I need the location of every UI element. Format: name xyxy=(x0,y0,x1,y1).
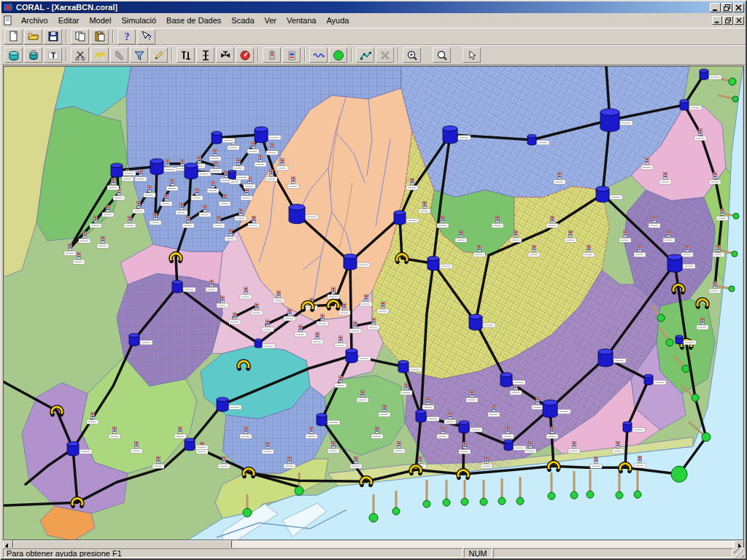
menu-simulaci-[interactable]: Simulació xyxy=(116,14,161,27)
source-node[interactable] xyxy=(243,508,252,517)
pipe[interactable] xyxy=(350,262,352,356)
zoom-tool-button[interactable] xyxy=(433,47,451,63)
zoom-in-tool-button[interactable] xyxy=(403,47,421,63)
source-node[interactable] xyxy=(392,508,400,515)
mdi-close-icon xyxy=(736,18,742,23)
menu-items: ArchivoEditarModelSimulacióBase de Dades… xyxy=(16,14,354,27)
source-node[interactable] xyxy=(634,491,641,498)
menu-editar[interactable]: Editar xyxy=(53,14,85,27)
reservoir-tool-button[interactable] xyxy=(24,47,42,63)
source-node[interactable] xyxy=(570,491,578,499)
path-tool-button[interactable] xyxy=(356,47,374,63)
new-file-button[interactable] xyxy=(4,29,23,44)
help-icon: ? xyxy=(121,31,133,42)
tank-tool-icon xyxy=(8,50,20,61)
source-node[interactable] xyxy=(616,491,623,499)
source-node[interactable] xyxy=(671,466,687,482)
label-tool-button[interactable]: T xyxy=(44,47,62,63)
paste-button[interactable] xyxy=(90,29,109,44)
source-node[interactable] xyxy=(732,251,738,257)
restore-icon xyxy=(724,4,730,11)
edit-tool-button[interactable] xyxy=(150,47,168,63)
gauge-tool-button[interactable] xyxy=(236,47,254,63)
mdi-restore-button[interactable] xyxy=(723,16,733,25)
polyline-tool-button[interactable] xyxy=(90,47,109,63)
valve-tool-icon xyxy=(220,50,231,61)
valve-tool-button[interactable] xyxy=(216,47,234,63)
menu-ver[interactable]: Ver xyxy=(260,14,282,27)
menu-ayuda[interactable]: Ayuda xyxy=(321,14,354,27)
copy-icon xyxy=(74,31,86,42)
zoom-in-tool-icon xyxy=(406,50,418,61)
mdi-minimize-button[interactable] xyxy=(712,16,722,25)
save-file-icon xyxy=(47,31,59,42)
meter-tool-icon xyxy=(286,50,298,61)
cut-tool-icon xyxy=(74,50,86,61)
titlebar[interactable]: CORAL - [XarxaBCN.coral] xyxy=(1,1,746,13)
svg-text:?: ? xyxy=(124,31,129,42)
help-button[interactable]: ? xyxy=(117,29,136,44)
toolbar-separator xyxy=(351,49,352,62)
context-help-button[interactable]: ? xyxy=(137,29,155,44)
filter-tool-button[interactable] xyxy=(130,47,148,63)
hydrant-tool-button[interactable] xyxy=(263,47,281,63)
source-node[interactable] xyxy=(733,213,739,219)
source-tool-button[interactable] xyxy=(329,47,347,63)
menu-model[interactable]: Model xyxy=(84,14,116,27)
pipe-tool-button[interactable] xyxy=(177,47,195,63)
source-node[interactable] xyxy=(516,497,524,505)
source-node[interactable] xyxy=(423,500,430,508)
close-button[interactable] xyxy=(733,3,744,12)
filter-tool-icon xyxy=(133,50,145,61)
pliers-tool-button[interactable] xyxy=(110,47,128,63)
source-node[interactable] xyxy=(369,513,378,522)
menu-base-de-dades[interactable]: Base de Dades xyxy=(161,14,226,27)
menu-archivo[interactable]: Archivo xyxy=(16,14,53,27)
pliers-tool-icon xyxy=(114,50,125,61)
source-node[interactable] xyxy=(443,499,450,506)
source-node[interactable] xyxy=(480,498,487,505)
copy-button[interactable] xyxy=(71,29,89,44)
menu-scada[interactable]: Scada xyxy=(226,14,259,27)
source-node[interactable] xyxy=(702,432,711,441)
source-node[interactable] xyxy=(295,486,303,495)
hydrant-tool-icon xyxy=(266,50,278,61)
pipe[interactable] xyxy=(554,466,625,467)
tank-tool-button[interactable] xyxy=(4,47,23,63)
mdi-close-button[interactable] xyxy=(734,16,744,25)
network-map[interactable] xyxy=(4,66,743,540)
source-node[interactable] xyxy=(732,96,738,102)
delete-tool-button[interactable] xyxy=(376,47,394,63)
standard-toolbar: ?? xyxy=(1,28,746,45)
save-file-button[interactable] xyxy=(44,29,62,44)
open-file-button[interactable] xyxy=(24,29,42,44)
meter-tool-button[interactable] xyxy=(282,47,301,63)
resize-grip[interactable] xyxy=(734,548,744,558)
river-tool-icon xyxy=(313,50,325,61)
source-node[interactable] xyxy=(587,491,594,498)
pointer-tool-icon xyxy=(466,50,478,61)
source-node[interactable] xyxy=(682,365,689,373)
reservoir-tool-icon xyxy=(28,50,39,61)
source-node[interactable] xyxy=(729,286,735,292)
source-node[interactable] xyxy=(498,497,506,505)
node-tool-button[interactable] xyxy=(196,47,214,63)
source-tool-icon xyxy=(333,50,344,61)
status-help-text: Para obtener ayuda presione F1 xyxy=(3,548,462,558)
delete-tool-icon xyxy=(379,50,391,61)
minimize-button[interactable] xyxy=(710,3,721,12)
source-node[interactable] xyxy=(461,498,468,505)
river-tool-button[interactable] xyxy=(309,47,328,63)
source-node[interactable] xyxy=(666,339,673,346)
source-node[interactable] xyxy=(692,394,699,402)
toolbar-separator xyxy=(304,49,306,62)
restore-button[interactable] xyxy=(721,3,732,12)
menu-ventana[interactable]: Ventana xyxy=(282,14,321,27)
source-node[interactable] xyxy=(657,314,665,322)
document-icon[interactable] xyxy=(3,15,15,26)
cut-tool-button[interactable] xyxy=(71,47,89,63)
source-node[interactable] xyxy=(548,492,555,499)
source-node[interactable] xyxy=(729,78,736,85)
window-title: CORAL - [XarxaBCN.coral] xyxy=(16,3,117,12)
pointer-tool-button[interactable] xyxy=(462,47,481,63)
